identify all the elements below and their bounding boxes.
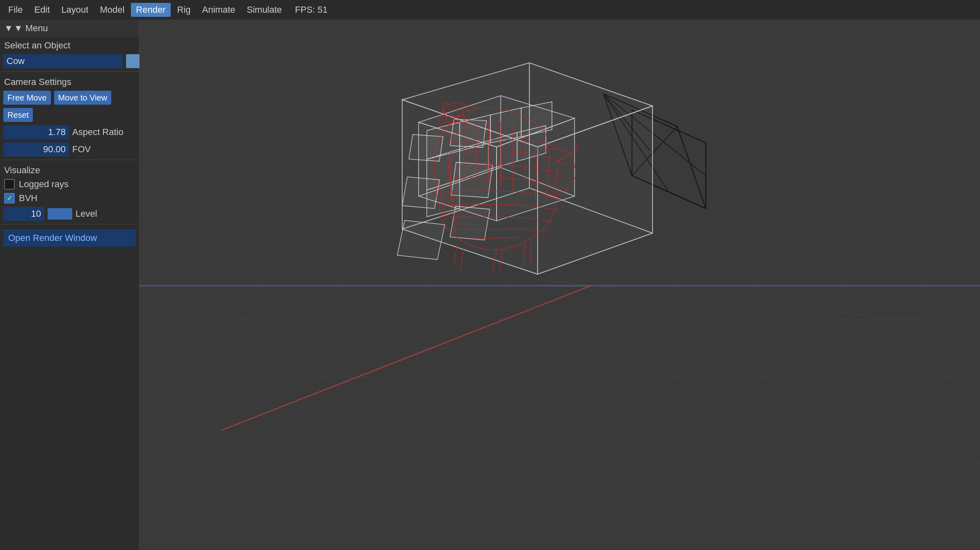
top-menu-bar: File Edit Layout Model Render Rig Animat… [0,0,980,20]
select-object-row [0,53,139,70]
aspect-ratio-input[interactable] [3,125,69,139]
fov-label: FOV [72,144,91,155]
level-row: Level [0,205,139,222]
menu-rig[interactable]: Rig [172,3,196,17]
logged-rays-label: Logged rays [19,179,69,190]
level-slider[interactable] [48,208,72,220]
menu-simulate[interactable]: Simulate [242,3,287,17]
main-content: ▼ ▼ Menu Select an Object Camera Setting… [0,20,980,550]
svg-rect-44 [450,206,490,240]
camera-settings-label: Camera Settings [0,73,139,89]
bvh-checkmark-icon: ✓ [7,194,13,203]
object-input[interactable] [3,54,123,68]
free-move-button[interactable]: Free Move [3,91,51,105]
level-label: Level [76,209,97,219]
fov-input[interactable] [3,142,69,156]
sidebar-panel: ▼ ▼ Menu Select an Object Camera Setting… [0,20,140,550]
object-color-swatch[interactable] [126,54,140,68]
svg-rect-43 [397,220,445,260]
viewport-3d[interactable] [140,20,980,550]
open-render-button[interactable]: Open Render Window [3,229,136,247]
bvh-checkbox[interactable]: ✓ [4,193,15,204]
level-input[interactable] [3,207,44,221]
reset-row: Reset [0,106,139,124]
reset-button[interactable]: Reset [3,108,33,122]
aspect-ratio-row: Aspect Ratio [0,124,139,141]
logged-rays-checkbox[interactable] [4,179,15,190]
bvh-row: ✓ BVH [0,191,139,205]
logged-rays-row: Logged rays [0,177,139,191]
aspect-ratio-label: Aspect Ratio [72,127,124,138]
menu-edit[interactable]: Edit [29,3,55,17]
move-to-view-button[interactable]: Move to View [54,91,112,105]
camera-buttons-row: Free Move Move to View [0,89,139,106]
divider-1 [0,71,139,72]
menu-file[interactable]: File [3,3,27,17]
select-object-label: Select an Object [0,37,139,53]
menu-header[interactable]: ▼ ▼ Menu [0,20,139,37]
bvh-label: BVH [19,193,37,204]
menu-header-label: ▼ Menu [14,23,48,34]
divider-3 [0,224,139,225]
menu-animate[interactable]: Animate [197,3,240,17]
fps-display: FPS: 51 [295,5,327,15]
menu-layout[interactable]: Layout [56,3,93,17]
fov-row: FOV [0,141,139,158]
divider-2 [0,160,139,160]
visualize-label: Visualize [0,162,139,177]
menu-triangle-icon: ▼ [4,23,13,34]
menu-model[interactable]: Model [95,3,129,17]
menu-render[interactable]: Render [131,3,170,17]
